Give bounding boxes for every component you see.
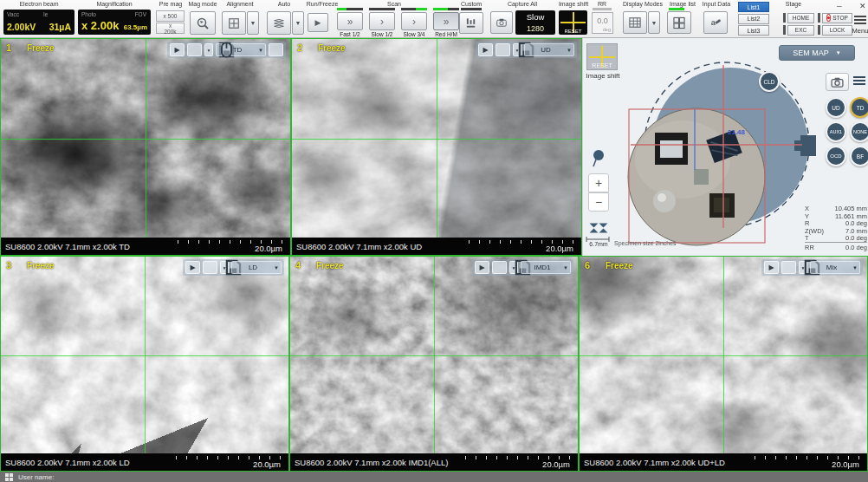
scan-red-button[interactable]: » (433, 12, 459, 30)
image-panel-1[interactable]: 1 Freeze ▶ ▼ TD▼ SU8600 2.00kV 7.1mm x2.… (0, 38, 291, 256)
image-shift-widget[interactable]: RESET (559, 10, 587, 35)
stage-home-button[interactable]: HOME (787, 13, 814, 23)
detector-ud-button[interactable]: UD (826, 97, 846, 118)
input-data-button[interactable]: a (703, 11, 728, 34)
scan-slow12-button[interactable]: › (369, 12, 395, 30)
auto-button[interactable] (267, 11, 291, 35)
ie-value: 31µA (49, 22, 71, 32)
list1-button[interactable]: List1 (738, 2, 769, 12)
magnification-group-label: Magnification (78, 1, 151, 7)
detector-ocd-button[interactable]: OCD (826, 146, 846, 166)
play-icon: ▶ (315, 18, 321, 27)
scan-fast-button[interactable]: » (337, 12, 363, 30)
scan-fast-label: Fast 1/2 (337, 31, 363, 37)
list2-button[interactable]: List2 (738, 14, 769, 24)
scale-label: 20.0µm (253, 459, 281, 469)
detector-bf-button[interactable]: BF (850, 146, 868, 166)
user-name-label: User name: (18, 473, 54, 481)
scan-red-label: Red H/M (433, 31, 459, 37)
stop-record-icon (826, 14, 831, 22)
detector-aux1-button[interactable]: AUX1 (826, 121, 846, 142)
detector-td-button[interactable]: TD (850, 97, 868, 118)
panel-freeze-state: Freeze (316, 261, 344, 270)
image-panel-2[interactable]: 2 Freeze ▶ ▼ UD▼ SU8600 2.00kV 7.1mm x2.… (291, 38, 582, 256)
panel-number: 3 (6, 260, 11, 270)
scale-label: 20.0µm (255, 244, 282, 253)
minimize-button[interactable]: ─ (832, 1, 845, 11)
panel-status-bar: SU8600 2.00kV 7.1mm x2.00k UD+LD 20.0µm (580, 453, 867, 471)
map-scale-label: 6.7mm (586, 241, 612, 247)
rr-readout[interactable]: 0.0 deg (592, 12, 613, 34)
scan-slow12-label: Slow 1/2 (369, 31, 395, 37)
fov-label: FOV (135, 11, 146, 17)
panel-mouse-button[interactable] (269, 43, 283, 56)
panel-toolbar: ▶ ▼ Mix▼ (761, 259, 863, 276)
panel-status-text: SU8600 2.00kV 7.1mm x2.00k TD (5, 242, 130, 251)
electron-beam-readout[interactable]: Vacc Ie 2.00kV 31µA (3, 10, 74, 35)
menu-label[interactable]: Menu (849, 27, 868, 35)
stage-stop-button[interactable]: STOP (822, 13, 852, 23)
detector-cld-button[interactable]: CLD (759, 71, 780, 92)
detector-none-button[interactable]: NONE (850, 121, 868, 142)
input-data-group-label: Input Data (700, 1, 733, 7)
sem-image-td[interactable]: 1 Freeze ▶ ▼ TD▼ (1, 39, 290, 238)
panel-signal-select[interactable]: UD▼ (524, 43, 574, 56)
image-panel-6[interactable]: 6 Freeze ▶ ▼ Mix▼ SU8600 2.00kV 7.1mm x2… (579, 256, 868, 472)
custom-button[interactable] (459, 12, 483, 34)
panel-status-bar: SU8600 2.00kV 7.1mm x2.00k IMD1(ALL) 20.… (290, 453, 578, 471)
image-panel-3[interactable]: 3 Freeze ▶ ▼ LD▼ SU8600 2.00kV 7.1mm x2.… (0, 256, 289, 472)
panel-signal-select[interactable]: IMD1▼ (521, 261, 571, 274)
map-annotation: 21.48 (728, 128, 745, 136)
panel-signal-select[interactable]: Mix▼ (810, 261, 860, 274)
chevron-down-icon: ▼ (563, 265, 568, 270)
panel-save-button[interactable] (492, 261, 507, 274)
fit-view-icon[interactable] (589, 218, 608, 238)
map-capture-button[interactable] (826, 73, 849, 91)
mag-mode-button[interactable] (190, 11, 216, 35)
stage-lock-button[interactable]: LOCK (822, 25, 852, 36)
display-modes-dropdown-button[interactable]: ▼ (648, 11, 660, 34)
alignment-button[interactable] (222, 11, 246, 35)
stage-coord-t: T0.0 deg (805, 234, 867, 242)
stage-group-label: Stage (776, 1, 811, 7)
display-modes-button[interactable] (623, 11, 647, 34)
image-list-button[interactable] (667, 11, 691, 34)
panel-number: 6 (585, 260, 590, 270)
pin-icon[interactable] (590, 149, 606, 168)
list3-button[interactable]: List3 (738, 25, 769, 36)
pre-mag-high-button[interactable]: x 200k (156, 23, 185, 34)
capture-all-button[interactable] (490, 11, 513, 34)
sem-image-ld[interactable]: 3 Freeze ▶ ▼ LD▼ (1, 257, 288, 453)
panel-number: 1 (6, 42, 11, 53)
panel-save-button[interactable] (203, 261, 217, 274)
sem-image-ud[interactable]: 2 Freeze ▶ ▼ UD▼ (292, 39, 581, 238)
photo-label: Photo (81, 11, 96, 17)
map-zoom-out-button[interactable]: − (588, 192, 609, 212)
panel-status-bar: SU8600 2.00kV 7.1mm x2.00k TD 20.0µm (1, 238, 290, 255)
sem-image-imd1[interactable]: 4 Freeze ▶ ▼ IMD1▼ (290, 257, 578, 453)
magnifier-icon (196, 16, 210, 30)
run-freeze-button[interactable]: ▶ (308, 13, 328, 32)
auto-dropdown-button[interactable]: ▼ (292, 11, 304, 35)
sem-image-mix[interactable]: 6 Freeze ▶ ▼ Mix▼ (580, 257, 867, 453)
close-button[interactable]: ✕ (854, 1, 866, 11)
stage-exc-button[interactable]: EXC (787, 25, 814, 36)
image-shift-reset-label[interactable]: RESET (559, 29, 587, 34)
scale-label: 20.0µm (546, 244, 573, 253)
menu-icon[interactable] (854, 16, 866, 24)
sem-map-mode-button[interactable]: SEM MAP ▼ (779, 45, 855, 61)
scan-slow34-button[interactable]: › (401, 12, 427, 30)
crosshair-horizontal (290, 355, 578, 356)
map-list-icon[interactable] (853, 76, 865, 85)
panel-save-button[interactable] (781, 261, 796, 274)
map-zoom-in-button[interactable]: + (588, 173, 609, 192)
panel-save-button[interactable] (496, 43, 510, 56)
map-image-shift-reset[interactable]: RESET (586, 43, 618, 70)
magnification-readout[interactable]: Photo FOV x 2.00k 63.5µm (78, 10, 151, 35)
panel-signal-select[interactable]: LD▼ (231, 261, 282, 274)
image-panel-4[interactable]: 4 Freeze ▶ ▼ IMD1▼ SU8600 2.00kV 7.1mm x… (289, 256, 579, 472)
pre-mag-low-button[interactable]: x 500 (156, 10, 185, 22)
alignment-dropdown-button[interactable]: ▼ (247, 11, 259, 35)
app-grid-icon[interactable] (5, 473, 13, 481)
panel-freeze-state: Freeze (606, 261, 633, 270)
